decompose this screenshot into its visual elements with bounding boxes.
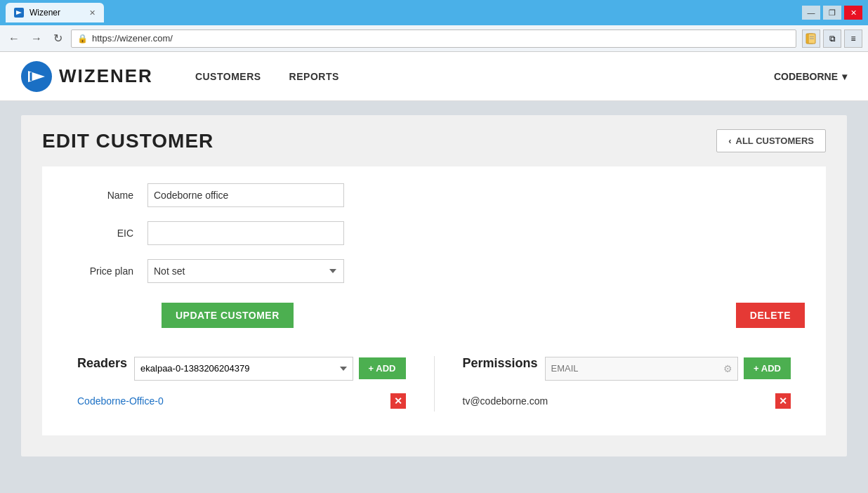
price-plan-select[interactable]: Not set: [147, 259, 344, 283]
permission-item: tv@codeborne.com ✕: [463, 390, 791, 412]
maximize-btn[interactable]: ❐: [823, 6, 841, 20]
user-label: CODEBORNE: [774, 71, 838, 82]
tab-title: Wizener: [29, 8, 60, 18]
reader-remove-btn[interactable]: ✕: [390, 393, 406, 409]
nav-reports[interactable]: REPORTS: [289, 71, 339, 82]
section-divider: [434, 356, 435, 412]
user-menu[interactable]: CODEBORNE ▾: [774, 71, 847, 82]
update-customer-btn[interactable]: UPDATE CUSTOMER: [162, 303, 294, 328]
logo-area: WIZENER: [21, 61, 153, 92]
back-chevron-icon: ‹: [728, 136, 731, 146]
eic-input[interactable]: [147, 221, 344, 245]
permissions-add-btn[interactable]: + ADD: [744, 357, 791, 379]
price-plan-label: Price plan: [63, 265, 147, 277]
forward-nav-btn[interactable]: →: [28, 31, 45, 46]
tab-favicon: [14, 8, 24, 18]
menu-btn[interactable]: ≡: [844, 29, 862, 48]
permission-remove-btn[interactable]: ✕: [775, 393, 791, 409]
window-controls: — ❐ ✕: [802, 6, 862, 20]
main-card: EDIT CUSTOMER ‹ ALL CUSTOMERS Name: [21, 115, 847, 456]
price-plan-row: Price plan Not set: [63, 259, 805, 283]
address-bar: ← → ↻ 🔒 https://wizener.com/ ⧉ ≡: [0, 25, 868, 52]
delete-btn[interactable]: DELETE: [736, 303, 805, 328]
bookmarks-btn[interactable]: [802, 29, 820, 48]
close-btn[interactable]: ✕: [844, 6, 862, 20]
address-input[interactable]: 🔒 https://wizener.com/: [71, 29, 796, 48]
reader-item: Codeborne-Office-0 ✕: [77, 390, 406, 412]
action-btn-row: UPDATE CUSTOMER DELETE: [63, 297, 805, 328]
form-section: Name EIC Price plan Not set: [42, 166, 826, 435]
browser-tools: ⧉ ≡: [802, 29, 862, 48]
address-icon: 🔒: [77, 34, 88, 44]
permission-email: tv@codeborne.com: [463, 395, 548, 407]
name-label: Name: [63, 190, 147, 201]
logo-icon: [21, 61, 52, 92]
logo-text: WIZENER: [59, 65, 153, 87]
app-header: WIZENER CUSTOMERS REPORTS CODEBORNE ▾: [0, 52, 868, 101]
browser-tab[interactable]: Wizener ✕: [6, 3, 104, 22]
permissions-section: Permissions ⚙ + ADD tv@: [449, 356, 805, 412]
readers-add-btn[interactable]: + ADD: [359, 357, 406, 379]
permissions-controls: ⚙ + ADD: [545, 357, 791, 381]
name-field-row: Name: [63, 183, 805, 207]
user-chevron-icon: ▾: [842, 71, 847, 82]
all-customers-btn[interactable]: ‹ ALL CUSTOMERS: [716, 129, 826, 152]
bottom-sections: Readers ekalpaa-0-1383206204379 + ADD Co…: [63, 342, 805, 419]
main-nav: CUSTOMERS REPORTS: [195, 71, 774, 82]
page-header: EDIT CUSTOMER ‹ ALL CUSTOMERS: [42, 129, 826, 152]
browser-window: Wizener ✕ — ❐ ✕ ← → ↻ 🔒 https://wizener.…: [0, 0, 868, 493]
back-btn-label: ALL CUSTOMERS: [736, 136, 814, 146]
readers-dropdown[interactable]: ekalpaa-0-1383206204379: [134, 357, 353, 381]
nav-customers[interactable]: CUSTOMERS: [195, 71, 261, 82]
back-nav-btn[interactable]: ←: [6, 31, 22, 46]
url-text: https://wizener.com/: [92, 33, 173, 44]
name-input[interactable]: [147, 183, 344, 207]
email-icon: ⚙: [723, 363, 732, 374]
eic-label: EIC: [63, 228, 147, 239]
readers-title: Readers: [77, 356, 127, 371]
page-content-area: WIZENER CUSTOMERS REPORTS CODEBORNE ▾ ED…: [0, 52, 868, 493]
readers-section: Readers ekalpaa-0-1383206204379 + ADD Co…: [63, 356, 420, 412]
permissions-title: Permissions: [463, 356, 538, 371]
eic-field-row: EIC: [63, 221, 805, 245]
reader-link[interactable]: Codeborne-Office-0: [77, 395, 164, 407]
main-wrapper: EDIT CUSTOMER ‹ ALL CUSTOMERS Name: [0, 101, 868, 471]
email-input[interactable]: [545, 357, 739, 381]
tab-close-btn[interactable]: ✕: [89, 8, 96, 18]
browser-titlebar: Wizener ✕ — ❐ ✕: [0, 0, 868, 25]
minimize-btn[interactable]: —: [802, 6, 820, 20]
page-title: EDIT CUSTOMER: [42, 130, 213, 152]
readers-controls: ekalpaa-0-1383206204379 + ADD: [134, 357, 405, 381]
refresh-btn[interactable]: ↻: [51, 30, 65, 46]
screens-btn[interactable]: ⧉: [823, 29, 841, 48]
